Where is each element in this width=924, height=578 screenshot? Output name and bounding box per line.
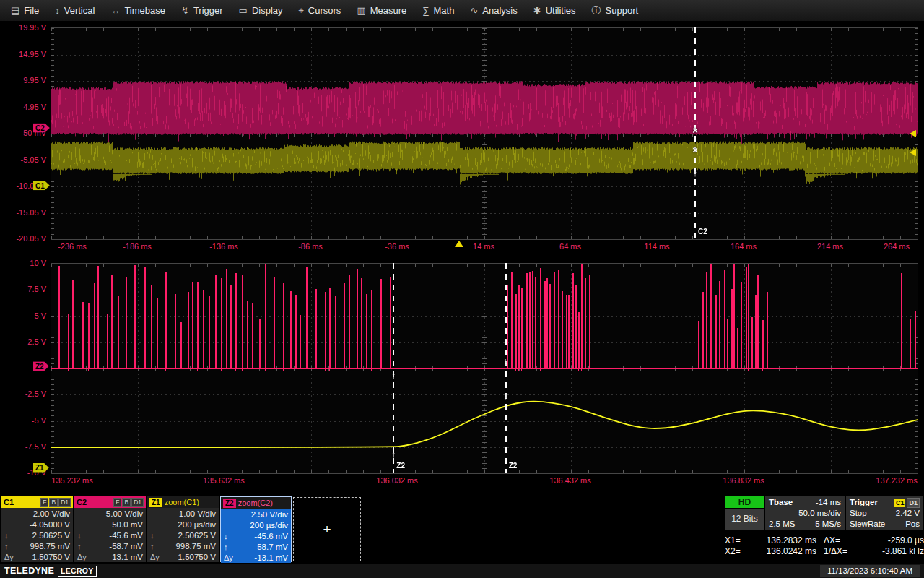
delta-y-label: Δy [224,553,233,562]
x-axis-label: -186 ms [123,242,152,251]
badge-group: F B D1 [113,498,144,507]
menu-item-utilities[interactable]: ✱Utilities [526,1,584,20]
menu-bar: ▤File↕Vertical↔Timebase↯Trigger▭Display⌖… [0,0,924,22]
trigger-slope: Pos [905,519,920,530]
channel-tag-z1[interactable]: Z1 [33,463,49,473]
descriptor-body-z1: 1.00 V/div 200 µs/div ↓2.50625 V ↑998.75… [147,508,219,562]
channel-label-c1: C1 [4,498,14,506]
menu-item-label: Timebase [124,5,165,16]
y-axis-label: 2.5 V [0,337,46,346]
channel-label-c2: C2 [77,498,87,506]
oscilloscope-screen: ▤File↕Vertical↔Timebase↯Trigger▭Display⌖… [0,0,924,578]
x-axis-label: 264 ms [884,242,910,251]
file-icon: ▤ [11,5,19,16]
cursors-icon: ⌖ [299,5,304,17]
menu-item-label: Analysis [482,5,517,16]
x-axis-label: 135.632 ms [203,476,244,485]
badge-d1: D1 [58,498,71,507]
trigger-icon: ↯ [181,5,189,16]
inv-dx-value: -3.861 kHz [857,546,924,557]
trigger-box[interactable]: Trigger C1 D1 Stop2.42 V SlewRatePos [846,496,923,530]
c2-cursor-up-value: -58.7 mV [109,542,143,551]
z2-source: zoom(C2) [238,499,273,507]
zoom-label-z2: Z2 [223,499,236,508]
support-info-icon: ⓘ [592,4,601,17]
menu-item-math[interactable]: ∑Math [414,1,462,20]
menu-item-measure[interactable]: ▥Measure [349,1,414,20]
trigger-mode: Stop [850,508,867,519]
analysis-icon: ∿ [470,5,478,16]
y-axis-label: -7.5 V [0,442,46,451]
dx-value: -259.0 µs [857,535,924,546]
display-icon: ▭ [239,5,248,16]
delta-y-label: Δy [77,553,87,561]
trigger-badges: C1 D1 [894,497,920,508]
menu-item-timebase[interactable]: ↔Timebase [103,1,173,20]
trigger-time-marker [455,241,463,247]
menu-item-file[interactable]: ▤File [3,1,47,20]
descriptor-box-c2[interactable]: C2 F B D1 5.00 V/div 50.0 mV ↓-45.6 mV ↑… [74,496,146,562]
c1-offset: -4.05000 V [30,520,70,529]
z1-cursor-down-value: 2.50625 V [178,531,216,540]
menu-item-label: Trigger [193,5,223,16]
y-axis-label: 7.5 V [0,285,46,293]
descriptor-body-c2: 5.00 V/div 50.0 mV ↓-45.6 mV ↑-58.7 mV Δ… [74,508,146,562]
menu-item-cursors[interactable]: ⌖Cursors [291,1,349,20]
descriptor-box-c1[interactable]: C1 F B D1 2.00 V/div -4.05000 V ↓2.50625… [1,496,73,562]
cursor-line-z2[interactable] [505,263,507,473]
z1-time-per-div: 200 µs/div [178,520,216,529]
x1-value: 136.2832 ms [748,535,816,546]
z2-cursor-up-value: -58.7 mV [254,543,288,551]
timebase-box[interactable]: Tbase-14 ms 50.0 ms/div 2.5 MS5 MS/s [765,496,845,530]
trigger-type: SlewRate [850,519,885,530]
zoom-waveform-grid[interactable] [51,263,918,474]
measure-icon: ▥ [357,5,365,16]
badge-f: F [40,498,48,507]
badge-b: B [49,498,58,507]
z2-time-per-div: 200 µs/div [250,521,288,530]
cursor-line-z2[interactable] [393,263,394,473]
cursor-marker: ↑ [693,168,698,178]
menu-item-display[interactable]: ▭Display [231,1,291,20]
c2-offset: 50.0 mV [112,520,143,529]
cursor-up-icon: ↑ [224,543,228,551]
c1-cursor-down-value: 2.50625 V [32,531,70,540]
cursor-down-icon: ↓ [150,531,154,540]
cursor-up-icon: ↑ [4,542,9,551]
delta-y-label: Δy [150,553,160,561]
menu-item-label: File [24,5,39,16]
hd-bits: 12 Bits [725,509,764,530]
trigger-label: Trigger [850,497,878,508]
menu-item-vertical[interactable]: ↕Vertical [47,1,103,20]
main-waveform-grid[interactable] [51,27,918,240]
channel-tag-z2[interactable]: Z2 [33,361,49,371]
y-axis-label: 14.95 V [0,50,46,59]
badge-d1: D1 [131,498,144,507]
z2-delta-y-value: -13.1 mV [254,553,288,562]
channel-tag-c2[interactable]: C2 [33,124,50,133]
cursor-marker: ↓ [503,389,508,400]
cursor-label: Z2 [396,462,405,470]
menu-item-label: Vertical [64,5,95,16]
menu-item-trigger[interactable]: ↯Trigger [173,1,231,20]
hd-label: HD [725,496,764,508]
menu-item-label: Display [252,5,283,16]
c1-cursor-up-value: 998.75 mV [30,542,70,551]
brand-lecroy: LECROY [58,566,97,577]
add-trace-button[interactable]: + [293,497,361,561]
menu-item-analysis[interactable]: ∿Analysis [462,1,525,20]
hd-mode-box[interactable]: HD 12 Bits [725,496,764,530]
x-axis-label: 114 ms [644,242,669,251]
horizontal-arrows-icon: ↔ [110,5,120,16]
cursor-down-icon: ↓ [77,531,82,540]
y-axis-label: -15.05 V [0,208,46,217]
y-axis-label: 19.95 V [0,23,46,32]
channel-tag-c1[interactable]: C1 [33,181,50,190]
c2-cursor-down-value: -45.6 mV [109,531,143,540]
menu-item-label: Utilities [546,5,576,16]
x-axis-label: 64 ms [559,242,581,251]
descriptor-box-z2[interactable]: Z2 zoom(C2) 2.50 V/div 200 µs/div ↓-45.6… [220,496,292,562]
z2-volts-per-div: 2.50 V/div [251,510,288,519]
menu-item-support[interactable]: ⓘSupport [584,1,647,21]
descriptor-box-z1[interactable]: Z1 zoom(C1) 1.00 V/div 200 µs/div ↓2.506… [147,496,219,562]
